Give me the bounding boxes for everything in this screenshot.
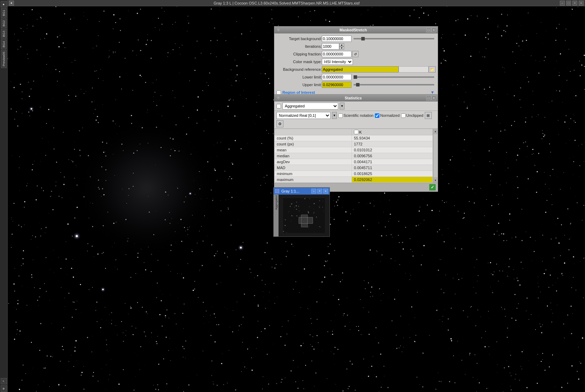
preview-canvas — [283, 198, 325, 233]
sidebar-bottom-icon2[interactable]: ⊕ — [1, 385, 7, 392]
preview-icon — [275, 189, 279, 193]
masked-stretch-titlebar: ⠿ MaskedStretch □ × — [274, 27, 438, 33]
stats-icon-grid[interactable]: ⊞ — [425, 112, 432, 119]
target-background-input[interactable] — [322, 36, 351, 42]
stats-cell-k: 0.0292062 — [352, 177, 433, 183]
upper-limit-row: Upper limit: — [276, 82, 436, 88]
preview-titlebar: Gray 1:1... − + × — [274, 188, 329, 195]
masked-stretch-maximize[interactable]: □ — [426, 28, 431, 32]
color-mask-row: Color mask type: HSI Intensity HSV Value… — [276, 59, 436, 65]
statistics-panel: ⠿ Statistics □ × Aggregated ▼ Normalized… — [274, 94, 438, 192]
restore-button[interactable]: □ — [566, 1, 571, 6]
clipping-fraction-label: Clipping fraction: — [276, 52, 322, 56]
iterations-down[interactable]: ▼ — [339, 46, 344, 50]
sidebar-bottom-icon1[interactable]: ↖ — [1, 378, 7, 384]
statistics-close[interactable]: × — [431, 96, 436, 100]
stats-cell-k: 1772 — [352, 141, 433, 147]
target-background-slider[interactable] — [354, 38, 434, 39]
stats-cell-k: 0.0096756 — [352, 153, 433, 159]
scroll-up-arrow[interactable]: ▲ — [433, 129, 438, 134]
sidebar-item-preview05[interactable]: Preview05 — [1, 50, 7, 68]
stats-cell-label: MAD — [275, 165, 352, 171]
sidebar-item-bg1[interactable]: BG1 — [1, 8, 7, 18]
upper-limit-slider[interactable] — [354, 84, 434, 85]
normalized-label: Normalized — [375, 113, 400, 118]
stats-cell-label: count (px) — [275, 141, 352, 147]
iterations-spinner[interactable]: ▲ ▼ — [339, 43, 344, 50]
stats-normalize-dropdown[interactable]: ▼ — [332, 112, 337, 119]
stats-row: avgDev0.0044171 — [275, 159, 433, 165]
sidebar-item-bg4[interactable]: BG4 — [1, 39, 7, 49]
preview-image-area — [279, 195, 329, 236]
scroll-down-arrow[interactable]: ▼ — [433, 178, 438, 183]
window-title: Gray 1:3 L | Cocoon OSC.L3.60x240s.Solve… — [14, 1, 559, 5]
upper-limit-label: Upper limit: — [276, 83, 322, 87]
stats-table: K count (%)55.93434count (px)1772mean0.0… — [274, 129, 433, 183]
sidebar-top-icon[interactable]: ■ — [1, 1, 7, 7]
clipping-refresh-icon[interactable]: ↺ — [352, 51, 358, 57]
stats-row: count (%)55.93434 — [275, 135, 433, 141]
iterations-up[interactable]: ▲ — [339, 43, 344, 46]
preview-close[interactable]: × — [323, 189, 328, 194]
add-button[interactable]: + — [572, 1, 577, 6]
stats-k-check[interactable] — [354, 130, 358, 134]
preview-minimize[interactable]: − — [311, 189, 316, 194]
stats-cell-label: maximum — [275, 177, 352, 183]
sidebar-item-bg2[interactable]: BG2 — [1, 18, 7, 28]
preview-add[interactable]: + — [317, 189, 322, 194]
preview-title: Gray 1:1... — [281, 189, 310, 193]
stats-row: mean0.0101012 — [275, 147, 433, 153]
stats-row: median0.0096756 — [275, 153, 433, 159]
target-background-label: Target background: — [276, 37, 322, 41]
stats-normalize-select[interactable]: Normalized Real [0,1] — [276, 112, 331, 119]
stats-col-label — [275, 129, 352, 135]
title-bar-icon: ■ — [9, 1, 14, 6]
stats-cell-k: 0.0045711 — [352, 165, 433, 171]
iterations-row: Iterations: ▲ ▼ — [276, 43, 436, 50]
minimize-button[interactable]: − — [560, 1, 565, 6]
upper-limit-input[interactable] — [322, 82, 351, 88]
stats-ok-btn[interactable]: ✓ — [429, 184, 436, 190]
stats-source-check[interactable] — [276, 104, 281, 108]
statistics-titlebar: ⠿ Statistics □ × — [274, 95, 438, 101]
close-button[interactable]: × — [579, 1, 584, 6]
masked-stretch-close[interactable]: × — [431, 28, 436, 32]
lower-limit-slider[interactable] — [354, 76, 434, 78]
stats-row: count (px)1772 — [275, 141, 433, 147]
stats-cell-k: 0.0018625 — [352, 171, 433, 177]
unclipped-check[interactable] — [401, 113, 406, 118]
stats-cell-label: minimum — [275, 171, 352, 177]
left-sidebar: ■ BG1 BG2 BG3 BG4 Preview05 ↖ ⊕ — [0, 0, 8, 392]
stats-row: minimum0.0018625 — [275, 171, 433, 177]
preview-side-label: Aggregated — [275, 195, 278, 210]
lower-limit-row: Lower limit: — [276, 74, 436, 80]
stats-icon-tool[interactable]: ⚙ — [276, 120, 283, 127]
bg-reference-folder[interactable]: 📁 — [429, 66, 436, 73]
scroll-thumb[interactable] — [434, 134, 438, 177]
stats-table-area: K count (%)55.93434count (px)1772mean0.0… — [274, 129, 438, 183]
scientific-notation-check[interactable] — [338, 113, 343, 118]
color-mask-select[interactable]: HSI Intensity HSV Value Lightness — [322, 59, 353, 65]
stats-source-select[interactable]: Aggregated — [282, 103, 338, 110]
lower-limit-input[interactable] — [322, 74, 351, 80]
iterations-input[interactable] — [322, 43, 339, 50]
clipping-fraction-input[interactable] — [322, 51, 351, 57]
statistics-title: Statistics — [281, 96, 426, 100]
unclipped-label: Unclipped — [401, 113, 423, 118]
bg-reference-rest — [399, 66, 429, 73]
iterations-label: Iterations: — [276, 44, 322, 48]
stats-cell-k: 0.0101012 — [352, 147, 433, 153]
bg-reference-input[interactable] — [322, 66, 399, 73]
stats-cell-label: count (%) — [275, 135, 352, 141]
stats-cell-k: 55.93434 — [352, 135, 433, 141]
normalized-check[interactable] — [375, 113, 379, 118]
stats-row: maximum0.0292062 — [275, 177, 433, 183]
stats-source-dropdown[interactable]: ▼ — [340, 103, 345, 110]
sidebar-item-bg3[interactable]: BG3 — [1, 29, 7, 39]
normalized-text: Normalized — [380, 113, 400, 118]
preview-content: Aggregated ↖ ⊕ ◎ ⧉ — [274, 195, 329, 236]
stats-cell-k: 0.0044171 — [352, 159, 433, 165]
statistics-maximize[interactable]: □ — [426, 96, 431, 100]
preview-sidebar: Aggregated — [274, 195, 279, 236]
clipping-fraction-row: Clipping fraction: ↺ — [276, 51, 436, 57]
